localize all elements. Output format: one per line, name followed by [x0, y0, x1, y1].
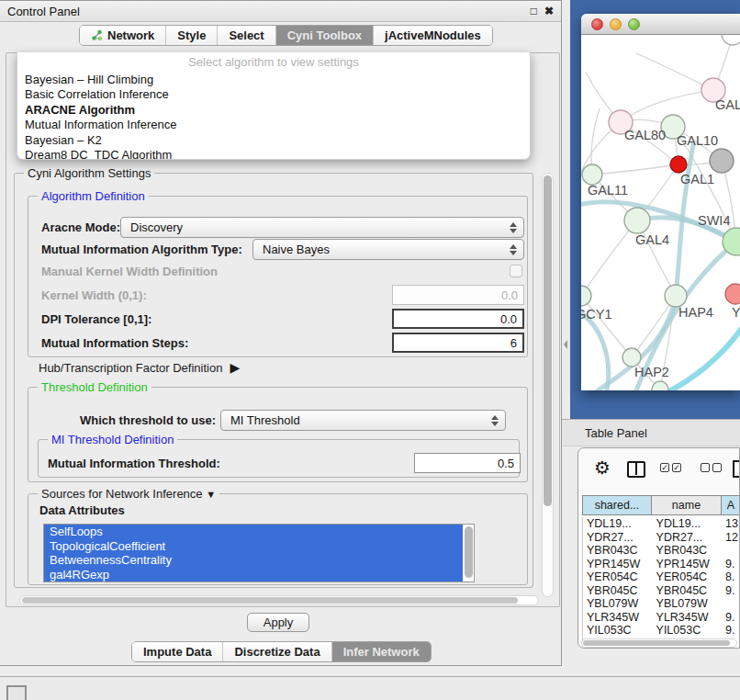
network-node[interactable] — [722, 35, 740, 45]
collapse-arrow-icon[interactable]: ▼ — [206, 489, 216, 500]
table-cell: YBL079W — [653, 597, 723, 611]
table-row[interactable]: YBR045CYBR045C9. — [583, 584, 740, 598]
control-panel-title: Control Panel — [7, 5, 80, 18]
control-panel-tabbar: Network Style Select Cyni Toolbox jActiv… — [79, 25, 493, 46]
table-row[interactable]: YER054CYER054C8. — [583, 570, 740, 584]
minimize-window-icon[interactable] — [610, 18, 622, 30]
table-cell: YDR27... — [653, 531, 723, 545]
network-edge[interactable] — [592, 164, 678, 175]
which-threshold-combo[interactable]: MI Threshold — [220, 410, 506, 431]
close-window-icon[interactable] — [591, 18, 603, 30]
zoom-window-icon[interactable] — [628, 18, 640, 30]
tab-select[interactable]: Select — [217, 26, 275, 45]
tab-discretize-data[interactable]: Discretize Data — [222, 642, 331, 661]
tab-infer-network[interactable]: Infer Network — [331, 642, 431, 661]
data-attribute-item[interactable]: BetweennessCentrality — [44, 553, 463, 568]
close-panel-icon[interactable]: ✖ — [544, 5, 554, 17]
column-header-partial[interactable]: A — [722, 495, 740, 515]
table-cell: 9. — [722, 558, 740, 571]
split-columns-icon[interactable] — [627, 461, 645, 478]
tab-network[interactable]: Network — [80, 26, 165, 45]
settings-horizontal-scrollbar[interactable] — [19, 595, 539, 605]
node-label: GAL — [715, 97, 740, 112]
mi-steps-input[interactable]: 6 — [392, 333, 524, 353]
algorithm-option[interactable]: Bayesian – Hill Climbing — [17, 73, 530, 87]
checked-pair-icon[interactable]: ✓✓ — [660, 463, 681, 472]
table-row[interactable]: YIL053CYIL053C9. — [583, 624, 740, 638]
table-header-row: shared... name A — [582, 495, 740, 515]
tab-cyni-toolbox[interactable]: Cyni Toolbox — [275, 26, 373, 45]
algorithm-option[interactable]: Dream8 DC_TDC Algorithm — [17, 148, 530, 160]
algorithm-option[interactable]: ARACNE Algorithm — [17, 103, 530, 118]
aracne-mode-value: Discovery — [130, 220, 183, 234]
panel-divider-handle[interactable] — [564, 340, 567, 349]
float-panel-icon[interactable]: □ — [531, 5, 537, 17]
tab-style[interactable]: Style — [165, 26, 217, 45]
column-header-shared-name[interactable]: shared... — [582, 495, 652, 515]
table-row[interactable]: YBR043CYBR043C — [583, 544, 740, 558]
data-attribute-item[interactable]: SelfLoops — [44, 525, 463, 539]
aracne-mode-combo[interactable]: Discovery — [120, 217, 524, 238]
network-node[interactable] — [652, 381, 668, 390]
table-cell: YBR045C — [653, 584, 723, 598]
table-row[interactable]: YBL079WYBL079W — [583, 597, 740, 611]
network-edge[interactable] — [666, 327, 740, 390]
table-row[interactable]: YDL19...YDL19...13 — [583, 517, 740, 531]
network-window-titlebar[interactable] — [581, 14, 740, 35]
algorithm-option[interactable]: Basic Correlation Inference — [17, 87, 530, 102]
column-header-name[interactable]: name — [652, 495, 722, 515]
tab-discretize-data-label: Discretize Data — [234, 645, 320, 659]
tab-jactivemnodules[interactable]: jActiveMNodules — [373, 26, 492, 45]
which-threshold-value: MI Threshold — [230, 413, 300, 427]
settings-vertical-scrollbar[interactable] — [542, 173, 554, 597]
sources-group: Sources for Network Inference ▼ Data Att… — [28, 493, 528, 585]
tab-impute-data[interactable]: Impute Data — [132, 642, 222, 661]
network-svg[interactable]: GALGAL80GAL10GAL1GAL11SWI4GAL4GCY1HAP4YH… — [581, 35, 740, 390]
apply-button[interactable]: Apply — [247, 613, 309, 632]
gear-icon[interactable]: ⚙ — [594, 458, 611, 477]
algorithm-option[interactable]: Mutual Information Inference — [17, 118, 530, 132]
table-row[interactable]: YLR345WYLR345W9. — [583, 611, 740, 625]
table-horizontal-scrollbar[interactable] — [581, 638, 737, 648]
minimized-panel-icon[interactable] — [6, 685, 27, 700]
mi-threshold-group-title: MI Threshold Definition — [48, 433, 177, 446]
hub-tf-definition-section[interactable]: Hub/Transcription Factor Definition ▶ — [39, 360, 240, 375]
algorithm-definition-group: Algorithm Definition Aracne Mode: Discov… — [28, 196, 528, 357]
table-row[interactable]: YDR27...YDR27...12 — [583, 531, 740, 545]
network-node[interactable] — [581, 286, 591, 306]
table-cell: YDL19... — [653, 517, 723, 531]
table-cell: YER054C — [583, 570, 653, 584]
network-node[interactable] — [665, 285, 687, 307]
network-node[interactable] — [670, 156, 687, 173]
data-attributes-list[interactable]: SelfLoopsTopologicalCoefficientBetweenne… — [43, 524, 475, 582]
table-cell: 8. — [722, 570, 740, 584]
network-edge[interactable] — [636, 53, 713, 90]
network-node[interactable] — [710, 149, 734, 173]
network-node[interactable] — [622, 348, 641, 367]
manual-kernel-checkbox[interactable] — [510, 265, 522, 277]
network-node[interactable] — [725, 284, 740, 304]
aracne-mode-label: Aracne Mode: — [41, 220, 120, 234]
unchecked-pair-icon[interactable] — [701, 463, 722, 472]
list-scrollbar[interactable] — [465, 526, 473, 578]
kernel-width-input[interactable]: 0.0 — [392, 285, 524, 305]
algorithm-option[interactable]: Bayesian – K2 — [17, 133, 530, 148]
table-cell: 9. — [722, 624, 740, 638]
network-node[interactable] — [582, 164, 602, 185]
node-table: shared... name A YDL19...YDL19...13YDR27… — [582, 495, 740, 515]
expand-arrow-icon[interactable]: ▶ — [230, 360, 240, 375]
network-node[interactable] — [624, 208, 650, 233]
table-toolbar: ⚙ ✓✓ — [578, 448, 739, 492]
network-edge[interactable] — [581, 220, 637, 296]
table-row[interactable]: YPR145WYPR145W9. — [583, 558, 740, 571]
threshold-definition-group: Threshold Definition Which threshold to … — [28, 387, 528, 482]
file-icon[interactable] — [733, 460, 740, 478]
sources-title-text: Sources for Network Inference — [41, 487, 203, 501]
mi-threshold-label: Mutual Information Threshold: — [48, 457, 220, 470]
network-edge[interactable] — [581, 310, 609, 390]
data-attribute-item[interactable]: TopologicalCoefficient — [44, 539, 463, 554]
mi-algorithm-type-combo[interactable]: Naive Bayes — [252, 239, 524, 260]
mi-threshold-input[interactable]: 0.5 — [414, 453, 521, 473]
data-attribute-item[interactable]: gal4RGexp — [44, 568, 463, 582]
dpi-tolerance-input[interactable]: 0.0 — [392, 309, 524, 329]
